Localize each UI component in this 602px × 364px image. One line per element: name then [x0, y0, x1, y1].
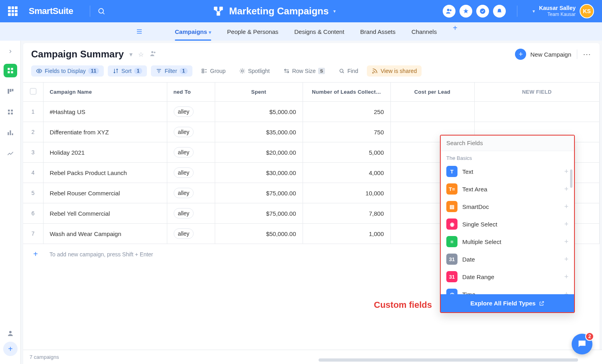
tab-channels[interactable]: Channels [412, 24, 437, 40]
field-search-input[interactable] [446, 140, 568, 146]
cell-assignee[interactable]: alley [167, 183, 215, 203]
view-dropdown-icon[interactable]: ▾ [129, 51, 133, 58]
cell-assignee[interactable]: alley [167, 224, 215, 244]
field-type-option[interactable]: ◷ Time + [441, 285, 574, 294]
cell-assignee[interactable]: alley [167, 142, 215, 163]
svg-rect-24 [8, 132, 9, 136]
view-title[interactable]: Campaign Summary [31, 49, 124, 60]
cell-assignee[interactable]: alley [167, 122, 215, 142]
add-tab-button[interactable]: + [453, 24, 457, 40]
svg-rect-34 [202, 69, 204, 70]
cell-name[interactable]: Rebel Yell Commercial [43, 203, 167, 224]
brand-logo[interactable]: SmartSuite [29, 6, 73, 16]
cell-spent[interactable]: $75,000.00 [215, 203, 303, 224]
fields-to-display-button[interactable]: Fields to Display11 [31, 65, 104, 77]
cell-spent[interactable]: $30,000.00 [215, 163, 303, 183]
tab-people-personas[interactable]: People & Personas [227, 24, 278, 40]
table-tabs: Campaigns▾ People & Personas Designs & C… [0, 22, 602, 41]
user-name: Kausar Salley [539, 5, 576, 12]
filter-button[interactable]: Filter1 [151, 65, 192, 77]
col-leads[interactable]: Number of Leads Collect… [303, 83, 390, 102]
cell-spent[interactable]: $5,000.00 [215, 102, 303, 122]
tab-brand-assets[interactable]: Brand Assets [360, 24, 395, 40]
cell-leads[interactable]: 10,000 [303, 183, 390, 203]
cell-leads[interactable]: 5,000 [303, 142, 390, 163]
popup-scrollbar[interactable] [570, 169, 572, 188]
tab-designs-content[interactable]: Designs & Content [294, 24, 344, 40]
svg-rect-2 [214, 7, 218, 10]
cell-spent[interactable]: $35,000.00 [215, 122, 303, 142]
expand-rail-icon[interactable] [8, 49, 13, 54]
members-button[interactable] [443, 5, 455, 18]
cell-leads[interactable]: 250 [303, 102, 390, 122]
col-new-field[interactable]: NEW FIELD [474, 83, 600, 102]
field-type-option[interactable]: ≡ Multiple Select + [441, 233, 574, 250]
new-campaign-button[interactable]: + New Campaign [515, 49, 571, 60]
cell-cost[interactable] [390, 102, 474, 122]
row-number: 5 [23, 183, 43, 203]
share-members-icon[interactable] [149, 49, 157, 59]
field-type-option[interactable]: T≡ Text Area + [441, 180, 574, 198]
col-spent[interactable]: Spent [215, 83, 303, 102]
cell-leads[interactable]: 7,800 [303, 203, 390, 224]
field-type-option[interactable]: 31 Date + [441, 250, 574, 268]
select-all-checkbox[interactable] [23, 83, 43, 102]
search-icon[interactable] [97, 7, 105, 15]
col-campaign-name[interactable]: Campaign Name [43, 83, 167, 102]
tab-campaigns[interactable]: Campaigns▾ [175, 24, 211, 40]
kanban-view-button[interactable] [4, 85, 17, 98]
cell-assignee[interactable]: alley [167, 102, 215, 122]
cell-assignee[interactable]: alley [167, 163, 215, 183]
cell-leads[interactable]: 1,000 [303, 224, 390, 244]
dashboard-view-button[interactable] [4, 126, 17, 140]
sort-button[interactable]: Sort1 [108, 65, 147, 77]
explore-field-types-button[interactable]: Explore All Field Types [441, 294, 574, 312]
intercom-chat-button[interactable]: 2 [572, 334, 592, 354]
add-view-button[interactable]: + [3, 342, 18, 356]
cell-spent[interactable]: $75,000.00 [215, 183, 303, 203]
menu-icon[interactable] [136, 28, 143, 35]
tasks-button[interactable] [476, 5, 489, 18]
cell-name[interactable]: Wash and Wear Campaign [43, 224, 167, 244]
cell-leads[interactable]: 4,000 [303, 163, 390, 183]
grid-view-button[interactable] [4, 64, 17, 77]
user-team: Team Kausar [539, 12, 576, 17]
field-type-option[interactable]: ◉ Single Select + [441, 215, 574, 233]
horizontal-scrollbar[interactable] [319, 358, 578, 362]
field-type-option[interactable]: ▤ SmartDoc + [441, 198, 574, 215]
cell-assignee[interactable]: alley [167, 203, 215, 224]
cell-spent[interactable]: $50,000.00 [215, 224, 303, 244]
card-view-button[interactable] [4, 105, 17, 119]
col-cost-per-lead[interactable]: Cost per Lead [390, 83, 474, 102]
cell-leads[interactable]: 750 [303, 122, 390, 142]
spotlight-button[interactable]: Spotlight [234, 65, 274, 77]
row-size-button[interactable]: Row SizeS [279, 65, 330, 77]
field-section-label: The Basics [441, 151, 574, 163]
cell-name[interactable]: Differentiate from XYZ [43, 122, 167, 142]
cell-name[interactable]: Rebel Rouser Commercial [43, 183, 167, 203]
apps-launcher-icon[interactable] [8, 6, 18, 16]
field-type-option[interactable]: 31 Date Range + [441, 268, 574, 285]
cell-name[interactable]: Holiday 2021 [43, 142, 167, 163]
group-button[interactable]: Group [196, 65, 230, 77]
find-button[interactable]: Find [334, 65, 363, 77]
profile-icon[interactable] [4, 327, 17, 340]
cell-name[interactable]: #Hashtag US [43, 102, 167, 122]
more-options-button[interactable]: ⋯ [583, 49, 592, 59]
cell-name[interactable]: Rebel Packs Product Launch [43, 163, 167, 183]
col-assigned-to[interactable]: ned To [167, 83, 215, 102]
annotation-label: Custom fields [374, 300, 432, 310]
cell-spent[interactable]: $20,000.00 [215, 142, 303, 163]
chart-view-button[interactable] [4, 147, 17, 160]
svg-point-43 [373, 73, 374, 73]
cell-new[interactable] [474, 102, 600, 122]
user-menu[interactable]: ▾ Kausar Salley Team Kausar KS [533, 4, 594, 18]
field-type-option[interactable]: T Text + [441, 163, 574, 180]
notifications-button[interactable] [493, 5, 506, 18]
solution-dropdown-icon[interactable]: ▾ [333, 8, 336, 14]
favorites-button[interactable] [459, 5, 472, 18]
table-row[interactable]: 1 #Hashtag US alley $5,000.00 250 [23, 102, 600, 122]
star-icon[interactable]: ☆ [138, 51, 144, 58]
view-shared-badge[interactable]: View is shared [367, 65, 422, 77]
solution-title[interactable]: Marketing Campaigns [229, 6, 329, 17]
